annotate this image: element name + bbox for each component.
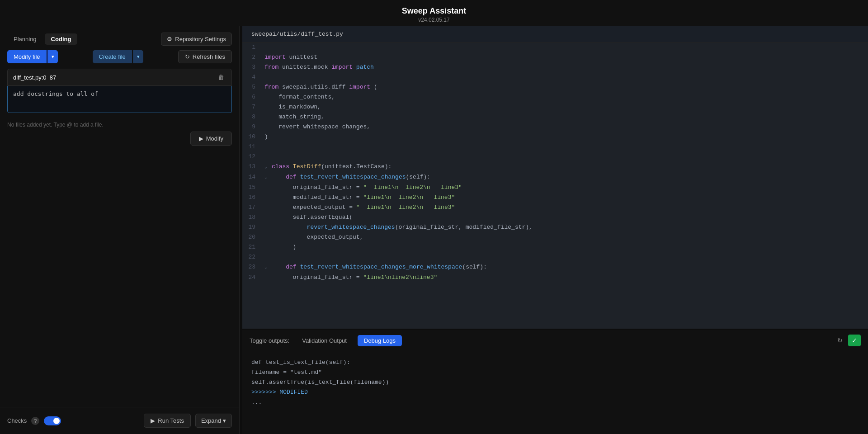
create-file-arrow[interactable]: ▾ [133,50,143,63]
output-line: ... [251,397,859,407]
code-panel: sweepai/utils/diff_test.py 12import unit… [242,26,868,330]
line-number: 7 [242,102,263,112]
expand-button[interactable]: Expand ▾ [195,414,232,428]
code-file-path: sweepai/utils/diff_test.py [242,26,868,42]
play-icon-run: ▶ [151,417,155,424]
output-line: self.assertTrue(is_text_file(filename)) [251,377,859,387]
code-line: 22 [242,252,868,262]
file-header: diff_test.py:0–87 🗑 [7,69,232,86]
tab-validation-output[interactable]: Validation Output [296,335,353,346]
output-content: def test_is_text_file(self): filename = … [242,351,868,434]
refresh-files-button[interactable]: ↻ Refresh files [178,50,232,63]
line-content [263,72,264,82]
line-content: original_file_str = " line1\n line2\n li… [263,183,462,193]
refresh-output-button[interactable]: ↻ [835,335,844,346]
line-number: 15 [242,183,263,193]
checks-toggle[interactable] [44,416,61,425]
code-line: 1 [242,42,868,52]
repo-settings-label: Repository Settings [175,36,226,42]
output-actions: ↻ ✓ [835,335,861,346]
code-line: 11 [242,142,868,152]
line-number: 3 [242,62,263,72]
repo-settings-button[interactable]: ⚙ Repository Settings [161,33,232,46]
code-line: 8 match_string, [242,112,868,122]
play-icon: ▶ [199,135,203,142]
output-line: filename = "test.md" [251,368,859,377]
line-number: 6 [242,92,263,102]
tab-planning[interactable]: Planning [7,33,43,45]
code-line: 10) [242,132,868,142]
line-content: ) [263,132,268,142]
instruction-input[interactable]: add docstrings to all of [7,86,232,113]
hint-text: No files added yet. Type @ to add a file… [0,119,239,128]
help-icon[interactable]: ? [31,417,39,425]
line-content: expected_output, [263,232,363,242]
file-section: diff_test.py:0–87 🗑 add docstrings to al… [0,69,239,119]
line-content [263,142,264,152]
modify-button[interactable]: ▶ Modify [190,132,232,146]
line-number: 1 [242,42,263,52]
line-number: 14 [242,172,263,183]
line-content [263,252,264,262]
code-line: 7 is_markdown, [242,102,868,112]
run-tests-button[interactable]: ▶ Run Tests [144,414,191,428]
line-content [263,152,264,162]
code-line: 13⌄ class TestDiff(unittest.TestCase): [242,162,868,172]
line-content: format_contents, [263,92,335,102]
line-content: self.assertEqual( [263,212,353,222]
output-header: Toggle outputs: Validation Output Debug … [242,330,868,351]
line-number: 11 [242,142,263,152]
tabs: Planning Coding [7,33,77,45]
modify-file-group: Modify file ▾ [7,50,58,63]
line-number: 22 [242,252,263,262]
main-layout: Planning Coding ⚙ Repository Settings Mo… [0,26,868,434]
code-editor[interactable]: 12import unittest3from unittest.mock imp… [242,42,868,329]
line-number: 4 [242,72,263,82]
app-container: Sweep Assistant v24.02.05.17 Planning Co… [0,0,868,434]
modify-file-button[interactable]: Modify file [7,50,47,63]
line-number: 10 [242,132,263,142]
tab-coding[interactable]: Coding [45,33,78,45]
line-content: revert_whitespace_changes(original_file_… [263,222,533,232]
code-line: 5from sweepai.utils.diff import ( [242,82,868,92]
line-number: 23 [242,262,263,273]
modify-btn-row: ▶ Modify [0,128,239,149]
line-content [263,42,264,52]
create-file-button[interactable]: Create file [93,50,132,63]
line-content: revert_whitespace_changes, [263,122,370,132]
action-row: Modify file ▾ Create file ▾ ↻ Refresh fi… [0,50,239,69]
code-line: 6 format_contents, [242,92,868,102]
line-content: ⌄ class TestDiff(unittest.TestCase): [263,162,392,172]
refresh-icon: ↻ [185,53,190,60]
fold-arrow[interactable]: ⌄ [264,175,272,180]
line-number: 18 [242,212,263,222]
code-line: 14⌄ def test_revert_whitespace_changes(s… [242,172,868,183]
gear-icon: ⚙ [167,36,172,42]
create-file-group: Create file ▾ [93,50,143,63]
toggle-outputs-label: Toggle outputs: [250,337,289,344]
left-panel: Planning Coding ⚙ Repository Settings Mo… [0,26,240,434]
line-content: import unittest [263,52,317,62]
tab-debug-logs[interactable]: Debug Logs [358,335,402,346]
checks-bar: Checks ? ▶ Run Tests Expand ▾ [0,407,239,434]
fold-arrow[interactable]: ⌄ [264,165,272,170]
line-content: ⌄ def test_revert_whitespace_changes(sel… [263,172,430,183]
left-panel-spacer [0,149,239,407]
code-line: 21 ) [242,242,868,252]
delete-file-button[interactable]: 🗑 [216,73,226,82]
line-number: 12 [242,152,263,162]
check-output-button[interactable]: ✓ [848,335,861,346]
line-number: 16 [242,193,263,203]
code-line: 9 revert_whitespace_changes, [242,122,868,132]
code-line: 12 [242,152,868,162]
modify-file-arrow[interactable]: ▾ [47,50,58,63]
line-content: from unittest.mock import patch [263,62,374,72]
code-line: 17 expected_output = " line1\n line2\n l… [242,203,868,212]
line-content: modified_file_str = "line1\n line2\n lin… [263,193,455,203]
toggle-knob [53,418,60,424]
fold-arrow[interactable]: ⌄ [264,265,272,270]
line-content: from sweepai.utils.diff import ( [263,82,377,92]
line-content: ⌄ def test_revert_whitespace_changes_mor… [263,262,487,273]
chevron-down-icon: ▾ [223,417,226,424]
modify-label: Modify [206,135,223,142]
